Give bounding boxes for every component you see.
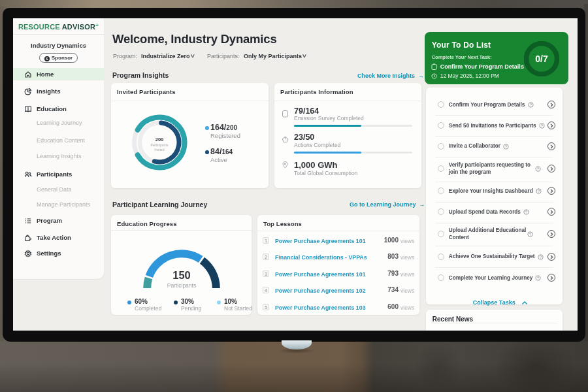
svg-text:Participants: Participants [150, 143, 169, 147]
svg-text:150: 150 [172, 269, 191, 281]
svg-text:0/7: 0/7 [535, 54, 548, 64]
svg-text:200: 200 [155, 137, 164, 142]
svg-text:Invited: Invited [154, 148, 164, 152]
svg-text:Participants: Participants [167, 282, 196, 289]
